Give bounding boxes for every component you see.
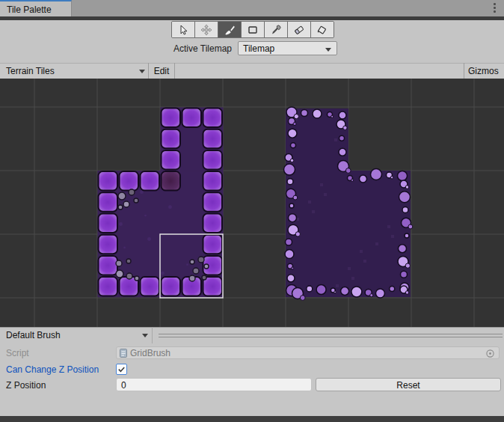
tab-bar: Tile Palette (0, 0, 504, 16)
terrain-square-tile (120, 171, 139, 191)
eraser-icon (293, 24, 305, 36)
separator (464, 63, 464, 79)
palette-header-row (0, 63, 504, 79)
terrain-square-tile (99, 171, 118, 191)
brush-row (0, 327, 504, 343)
terrain-bubble-tile (399, 192, 411, 203)
eyedropper-icon (270, 24, 282, 36)
z-position-label: Z Position (6, 380, 114, 391)
terrain-bubble-tile (371, 169, 382, 180)
terrain-square-tile (203, 171, 223, 191)
active-tilemap-value: Tilemap (243, 43, 274, 54)
tool-group (171, 21, 334, 38)
separator (152, 327, 153, 343)
terrain-bubble-tile (339, 111, 346, 119)
terrain-bubble-tile (286, 239, 292, 245)
terrain-square-tile (203, 192, 223, 212)
terrain-bubble-tile (285, 250, 294, 259)
terrain-square-tile (162, 129, 181, 149)
terrain-bubble-tile (401, 271, 408, 278)
terrain-square-tile (162, 171, 181, 191)
terrain-bubble-tile (289, 204, 294, 208)
terrain-bubble-tile (288, 129, 297, 138)
rect-select-tool[interactable] (242, 22, 265, 37)
separator (174, 63, 175, 79)
kebab-menu-icon[interactable] (494, 3, 497, 13)
terrain-bubble-tile (307, 286, 313, 292)
terrain-bubble-tile (291, 143, 296, 148)
terrain-square-tile (99, 277, 118, 296)
terrain-bubble-tile (390, 287, 395, 292)
terrain-square-tile (141, 171, 160, 191)
terrain-bubble-tile (287, 275, 295, 282)
eraser-tool[interactable] (288, 22, 311, 37)
terrain-bubble-tile (284, 164, 295, 175)
terrain-square-tile (203, 214, 223, 233)
palette-chevron-down-icon[interactable] (139, 70, 145, 73)
script-value: GridBrush (130, 348, 170, 358)
terrain-bubble-tile (398, 171, 408, 181)
terrain-square-tile (203, 277, 223, 296)
chevron-down-icon (325, 48, 331, 52)
terrain-bubble-tile (402, 207, 408, 213)
terrain-bubble-tile (289, 214, 297, 222)
active-tilemap-label: Active Tilemap (150, 43, 232, 54)
terrain-square-tile (99, 256, 118, 275)
terrain-bubble-tile (301, 110, 308, 117)
terrain-square-tile (162, 150, 181, 170)
terrain-bubble-tile (287, 179, 293, 185)
terrain-bubble-tile (316, 285, 326, 295)
select-tool[interactable] (172, 22, 195, 37)
grid-background (0, 79, 504, 327)
script-object-field[interactable]: GridBrush (116, 346, 500, 359)
move-tool[interactable] (195, 22, 218, 37)
can-change-z-label: Can Change Z Position (6, 364, 114, 375)
brush-chevron-down-icon[interactable] (142, 334, 148, 337)
terrain-square-tile (203, 235, 223, 254)
rectangle-icon (247, 24, 259, 36)
reset-button[interactable]: Reset (316, 378, 501, 391)
tile-palette-grid[interactable] (0, 79, 504, 327)
terrain-bubble-tile (405, 233, 409, 238)
z-position-input[interactable]: 0 (116, 378, 312, 391)
terrain-square-tile (203, 108, 223, 128)
gizmos-button[interactable]: Gizmos (468, 66, 499, 76)
script-icon (120, 349, 127, 358)
window-bottom-edge (0, 416, 504, 422)
splitter-handle[interactable] (159, 337, 503, 337)
terrain-bubble-tile (351, 287, 362, 297)
terrain-square-tile (162, 277, 181, 296)
tile-picker-tool[interactable] (265, 22, 288, 37)
terrain-square-tile (99, 192, 118, 212)
terrain-bubble-tile (339, 135, 345, 141)
checkmark-icon (117, 365, 126, 373)
paint-brush-tool[interactable] (218, 22, 242, 37)
terrain-bubble-tile (399, 245, 407, 253)
tab-title: Tile Palette (7, 4, 52, 15)
edit-palette-button[interactable]: Edit (149, 66, 174, 76)
terrain-square-tile (99, 235, 118, 254)
cursor-icon (177, 24, 189, 36)
terrain-square-tile (162, 108, 181, 128)
terrain-bubble-tile (341, 287, 349, 296)
terrain-square-tile (182, 108, 202, 128)
terrain-square-tile (99, 214, 118, 233)
can-change-z-checkbox[interactable] (116, 364, 127, 375)
paint-bucket-icon (316, 24, 328, 36)
terrain-bubble-tile (375, 289, 384, 298)
object-picker-icon[interactable] (485, 349, 495, 358)
terrain-bubble-tile (360, 175, 367, 183)
splitter-handle[interactable] (159, 334, 503, 334)
brush-icon (224, 24, 236, 36)
terrain-square-tile (141, 277, 160, 296)
brush-dropdown[interactable]: Default Brush (6, 330, 61, 340)
tab-tile-palette[interactable]: Tile Palette (0, 0, 72, 16)
palette-dropdown[interactable]: Terrain Tiles (6, 66, 55, 76)
fill-bucket-tool[interactable] (311, 22, 334, 37)
right-shape-fill (286, 171, 411, 297)
terrain-square-tile (203, 150, 223, 170)
terrain-bubble-tile (339, 148, 346, 156)
script-label: Script (6, 348, 114, 358)
active-tilemap-dropdown[interactable]: Tilemap (238, 41, 337, 55)
move-icon (200, 24, 212, 36)
